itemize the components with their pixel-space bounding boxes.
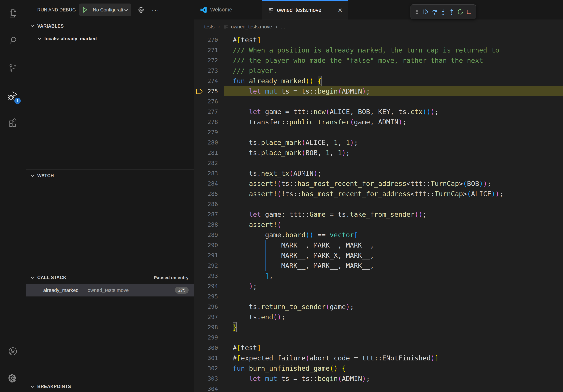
code-line-295[interactable]: 295 [194, 291, 563, 301]
gutter[interactable]: 285 [194, 189, 224, 199]
gutter[interactable]: 295 [194, 291, 224, 301]
code-line-content[interactable]: let mut ts = ts::begin(ADMIN); [224, 373, 563, 384]
code-line-content[interactable]: ); [224, 281, 563, 291]
toolbar-drag-handle[interactable] [413, 6, 421, 18]
tab-owned-tests-move[interactable]: owned_tests.move × [262, 0, 348, 20]
start-debug-button[interactable] [79, 6, 90, 14]
debug-settings-gear-icon[interactable] [138, 7, 145, 13]
breadcrumb-item-file[interactable]: owned_tests.move [223, 24, 272, 30]
breadcrumb-item-tests[interactable]: tests [204, 24, 215, 30]
code-line-294[interactable]: 294); [194, 281, 563, 291]
code-line-content[interactable] [224, 199, 563, 209]
code-line-270[interactable]: 270#[test] [194, 35, 563, 45]
code-line-content[interactable]: ts.place_mark(BOB, 1, 1); [224, 148, 563, 158]
step-out-button[interactable] [448, 6, 456, 18]
code-line-281[interactable]: 281ts.place_mark(BOB, 1, 1); [194, 148, 563, 158]
gutter[interactable]: 279 [194, 127, 224, 137]
breakpoints-section-header[interactable]: BREAKPOINTS [26, 380, 194, 392]
code-line-279[interactable]: 279 [194, 127, 563, 137]
code-line-288[interactable]: 288assert!( [194, 220, 563, 230]
gutter[interactable]: 292 [194, 261, 224, 271]
tab-welcome[interactable]: Welcome [194, 0, 262, 20]
code-line-290[interactable]: 290MARK__, MARK__, MARK__, [194, 240, 563, 250]
code-line-299[interactable]: 299 [194, 332, 563, 343]
code-line-content[interactable]: transfer::public_transfer(game, ADMIN); [224, 117, 563, 127]
variables-scope-row[interactable]: locals: already_marked [26, 32, 194, 45]
gutter[interactable]: 277 [194, 107, 224, 117]
stop-button[interactable] [465, 6, 473, 18]
gutter[interactable]: 272 [194, 55, 224, 65]
code-line-297[interactable]: 297ts.end(); [194, 312, 563, 322]
code-line-275[interactable]: 275let mut ts = ts::begin(ADMIN); [194, 86, 563, 96]
gutter[interactable]: 288 [194, 220, 224, 230]
code-line-289[interactable]: 289game.board() == vector[ [194, 230, 563, 240]
code-line-content[interactable]: let game = ttt::new(ALICE, BOB, KEY, ts.… [224, 107, 563, 117]
code-line-274[interactable]: 274fun already_marked() { [194, 76, 563, 86]
gutter[interactable]: 281 [194, 148, 224, 158]
code-line-content[interactable]: assert!(ts::has_most_recent_for_address<… [224, 178, 563, 189]
call-stack-section-header[interactable]: CALL STACK Paused on entry [26, 271, 194, 284]
code-line-content[interactable] [224, 332, 563, 343]
code-line-278[interactable]: 278transfer::public_transfer(game, ADMIN… [194, 117, 563, 127]
code-line-271[interactable]: 271/// When a position is already marked… [194, 45, 563, 55]
code-line-content[interactable]: /// player. [224, 65, 563, 76]
gutter[interactable]: 296 [194, 301, 224, 312]
continue-button[interactable] [421, 6, 430, 18]
code-line-content[interactable]: #[test] [224, 35, 563, 45]
gutter[interactable]: 276 [194, 96, 224, 107]
code-line-292[interactable]: 292MARK__, MARK__, MARK__, [194, 261, 563, 271]
gutter[interactable]: 286 [194, 199, 224, 209]
code-line-303[interactable]: 303let mut ts = ts::begin(ADMIN); [194, 373, 563, 384]
code-line-content[interactable]: } [224, 322, 563, 332]
gutter[interactable]: 293 [194, 271, 224, 281]
code-line-content[interactable]: MARK__, MARK__, MARK__, [224, 261, 563, 271]
account-button[interactable] [0, 338, 26, 365]
code-line-content[interactable]: MARK__, MARK__, MARK__, [224, 240, 563, 250]
code-line-content[interactable] [224, 96, 563, 107]
code-line-276[interactable]: 276 [194, 96, 563, 107]
breadcrumb-item-symbol[interactable]: ... [281, 24, 285, 30]
code-line-296[interactable]: 296ts.return_to_sender(game); [194, 301, 563, 312]
gutter[interactable]: 270 [194, 35, 224, 45]
code-line-content[interactable]: ts.return_to_sender(game); [224, 301, 563, 312]
gutter[interactable]: 303 [194, 373, 224, 384]
code-line-content[interactable] [224, 127, 563, 137]
code-line-301[interactable]: 301#[expected_failure(abort_code = ttt::… [194, 353, 563, 363]
gutter[interactable]: 291 [194, 250, 224, 261]
gutter[interactable]: 294 [194, 281, 224, 291]
code-line-content[interactable]: ], [224, 271, 563, 281]
code-line-284[interactable]: 284assert!(ts::has_most_recent_for_addre… [194, 178, 563, 189]
close-icon[interactable]: × [338, 7, 342, 14]
gutter[interactable]: 304 [194, 384, 224, 392]
code-line-content[interactable]: fun burn_unfinished_game() { [224, 363, 563, 373]
gutter[interactable]: 298 [194, 322, 224, 332]
code-line-302[interactable]: 302fun burn_unfinished_game() { [194, 363, 563, 373]
gutter[interactable]: 278 [194, 117, 224, 127]
code-line-300[interactable]: 300#[test] [194, 343, 563, 353]
code-line-content[interactable] [224, 384, 563, 392]
code-line-content[interactable]: assert!( [224, 220, 563, 230]
sidebar-item-explorer[interactable] [0, 0, 26, 27]
code-line-content[interactable]: ts.place_mark(ALICE, 1, 1); [224, 137, 563, 148]
gutter[interactable]: 271 [194, 45, 224, 55]
watch-section-header[interactable]: WATCH [26, 169, 194, 182]
code-line-content[interactable]: MARK__, MARK_X, MARK__, [224, 250, 563, 261]
sidebar-item-source-control[interactable] [0, 55, 26, 82]
code-line-285[interactable]: 285assert!(!ts::has_most_recent_for_addr… [194, 189, 563, 199]
gutter[interactable]: 282 [194, 158, 224, 168]
sidebar-item-extensions[interactable] [0, 110, 26, 137]
code-line-304[interactable]: 304 [194, 384, 563, 392]
gutter[interactable]: 280 [194, 137, 224, 148]
gutter[interactable]: 297 [194, 312, 224, 322]
code-line-content[interactable]: /// the player who made the "false" move… [224, 55, 563, 65]
code-line-287[interactable]: 287let game: ttt::Game = ts.take_from_se… [194, 209, 563, 220]
code-line-277[interactable]: 277let game = ttt::new(ALICE, BOB, KEY, … [194, 107, 563, 117]
step-over-button[interactable] [430, 6, 439, 18]
call-stack-frame[interactable]: already_marked owned_tests.move 275 [26, 284, 194, 297]
code-area[interactable]: 270#[test]271/// When a position is alre… [194, 34, 563, 392]
gutter[interactable]: 299 [194, 332, 224, 343]
code-line-content[interactable] [224, 158, 563, 168]
code-line-283[interactable]: 283ts.next_tx(ADMIN); [194, 168, 563, 178]
more-actions-icon[interactable]: ··· [152, 7, 160, 13]
code-line-280[interactable]: 280ts.place_mark(ALICE, 1, 1); [194, 137, 563, 148]
